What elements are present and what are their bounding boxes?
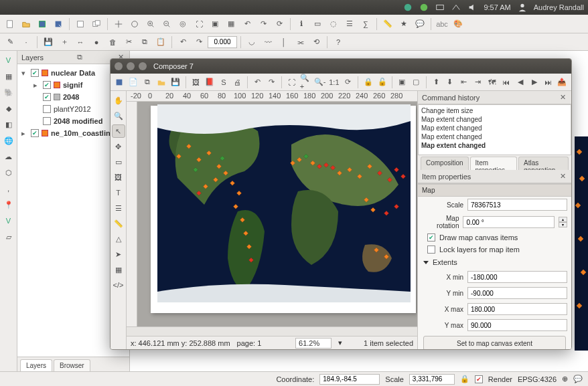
add-wcs-icon[interactable]: ☁	[2, 150, 15, 163]
unlock-button[interactable]: 🔓	[376, 75, 388, 90]
new-composer-button[interactable]: 📄	[127, 75, 140, 90]
zoom-last-button[interactable]: ↶	[240, 17, 254, 31]
zoom-field[interactable]: 61.2%	[295, 338, 332, 349]
zoom-dropdown-icon[interactable]: ▾	[338, 339, 342, 347]
layer-checkbox[interactable]	[43, 93, 51, 101]
add-legend-button[interactable]: ☰	[112, 201, 125, 215]
add-scalebar-button[interactable]: 📏	[112, 217, 125, 230]
command-history-list[interactable]: Change item size Map extent changed Map …	[418, 104, 571, 155]
new-project-button[interactable]	[3, 17, 17, 31]
print-button[interactable]: 🖨	[231, 75, 244, 90]
deselect-button[interactable]: ◌	[326, 17, 341, 31]
attribute-table-button[interactable]: ☰	[342, 17, 357, 31]
extents-expander[interactable]: Extents	[418, 256, 571, 269]
layer-checkbox[interactable]	[31, 69, 39, 77]
zoom-in-button[interactable]: 🔍+	[299, 75, 312, 90]
zoom-next-button[interactable]: ↷	[256, 17, 271, 31]
atlas-export-button[interactable]: 📤	[556, 75, 569, 90]
composer-button[interactable]	[73, 17, 88, 31]
add-raster-icon[interactable]: ▦	[2, 70, 15, 83]
network-icon[interactable]	[451, 3, 461, 12]
new-shapefile-icon[interactable]: ▱	[2, 230, 15, 244]
mail-icon[interactable]	[435, 3, 445, 12]
save-project-button[interactable]	[113, 75, 126, 90]
composer-redo-button[interactable]: ↷	[265, 75, 278, 90]
export-svg-button[interactable]: S	[217, 75, 230, 90]
cut-button[interactable]: ✂	[121, 35, 136, 50]
add-wms-icon[interactable]: 🌐	[2, 134, 15, 147]
scale-input[interactable]	[467, 199, 567, 211]
clock[interactable]: 9:57 AM	[484, 3, 510, 11]
node-tool-button[interactable]: ●	[89, 35, 104, 50]
save-edits-button[interactable]: 💾	[41, 35, 56, 50]
add-csv-icon[interactable]: ，	[2, 182, 15, 195]
rotate-button[interactable]: ⟲	[309, 35, 323, 50]
updates-icon[interactable]	[419, 3, 429, 12]
delete-button[interactable]: 🗑	[105, 35, 120, 50]
scale-field[interactable]	[409, 374, 455, 385]
load-template-button[interactable]	[155, 75, 168, 90]
composer-undo-button[interactable]: ↶	[251, 75, 264, 90]
composer-titlebar[interactable]: Composer 7	[111, 59, 571, 74]
ungroup-button[interactable]: ▢	[410, 75, 423, 90]
lock-layers-checkbox[interactable]	[427, 246, 435, 254]
zoom-out-button[interactable]: 🔍-	[313, 75, 327, 90]
raise-button[interactable]: ⬆	[430, 75, 443, 90]
bookmark-button[interactable]: ★	[396, 17, 411, 31]
duplicate-composer-button[interactable]: ⧉	[141, 75, 154, 90]
reshape-button[interactable]: 〰	[261, 35, 275, 50]
ymin-input[interactable]	[467, 287, 567, 299]
log-icon[interactable]: 💬	[573, 375, 583, 383]
annotation-button[interactable]: 💬	[413, 17, 427, 31]
volume-icon[interactable]	[467, 3, 477, 12]
lower-button[interactable]: ⬇	[443, 75, 456, 90]
atlas-first-button[interactable]: ⏮	[500, 75, 512, 90]
atlas-prev-button[interactable]: ◀	[514, 75, 526, 90]
edit-toggle-button[interactable]: ✎	[3, 35, 17, 50]
rotation-input[interactable]	[463, 216, 555, 228]
refresh-view-button[interactable]: ⟳	[342, 75, 354, 90]
add-map-button[interactable]: ▭	[112, 155, 125, 169]
atlas-next-button[interactable]: ▶	[528, 75, 540, 90]
add-arrow-button[interactable]: ➤	[112, 248, 125, 261]
select-tool-button[interactable]: ↖	[112, 124, 125, 138]
identify-button[interactable]: ℹ	[294, 17, 309, 31]
tolerance-field[interactable]: 0.000	[208, 36, 237, 48]
crs-icon[interactable]: ⊕	[562, 375, 568, 383]
pan-tool-button[interactable]: ✋	[112, 94, 125, 107]
split-button[interactable]: │	[277, 35, 291, 50]
pan-button[interactable]	[111, 17, 126, 31]
toggle-editing-button[interactable]: ·	[19, 35, 33, 50]
simplify-button[interactable]: ◡	[244, 35, 259, 50]
add-shape-button[interactable]: △	[112, 232, 125, 246]
layer-checkbox[interactable]	[43, 81, 51, 89]
export-image-button[interactable]: 🖼	[190, 75, 202, 90]
copy-button[interactable]: ⧉	[137, 35, 152, 50]
composer-canvas[interactable]	[137, 102, 417, 326]
render-checkbox[interactable]	[475, 375, 483, 383]
select-button[interactable]: ▭	[310, 17, 325, 31]
save-button[interactable]	[35, 17, 50, 31]
save-as-button[interactable]	[51, 17, 66, 31]
export-pdf-button[interactable]: 📕	[203, 75, 216, 90]
close-icon[interactable]: ✕	[558, 93, 567, 102]
set-to-canvas-extent-button[interactable]: Set to map canvas extent	[423, 336, 566, 349]
add-html-button[interactable]: </>	[112, 278, 125, 292]
window-close-button[interactable]	[115, 62, 123, 70]
tab-composition[interactable]: Composition	[421, 157, 469, 170]
zoom-actual-button[interactable]: 1:1	[327, 75, 340, 90]
chrome-icon[interactable]	[403, 3, 413, 12]
atlas-last-button[interactable]: ⏭	[542, 75, 555, 90]
paste-button[interactable]: 📋	[153, 35, 168, 50]
layer-checkbox[interactable]	[43, 117, 51, 125]
field-calc-button[interactable]: ∑	[358, 17, 373, 31]
window-min-button[interactable]	[127, 62, 135, 70]
coordinate-field[interactable]	[319, 374, 380, 385]
add-feature-button[interactable]: ＋	[57, 35, 72, 50]
undo-button[interactable]: ↶	[175, 35, 190, 50]
user-name[interactable]: Audrey Randall	[534, 3, 584, 11]
composer-map-item[interactable]	[157, 104, 411, 302]
zoom-selection-button[interactable]: ▣	[208, 17, 222, 31]
zoom-out-button[interactable]	[159, 17, 174, 31]
layer-checkbox[interactable]	[31, 129, 39, 137]
